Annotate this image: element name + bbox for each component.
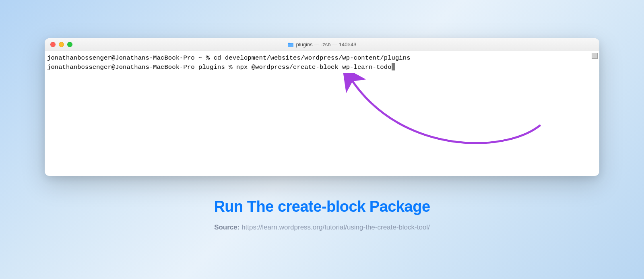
caption-source: Source: https://learn.wordpress.org/tuto…: [214, 223, 430, 231]
folder-icon: [288, 42, 294, 47]
command-2: npx @wordpress/create-block wp-learn-tod…: [236, 64, 391, 71]
close-button[interactable]: [50, 42, 56, 47]
traffic-lights: [45, 42, 72, 47]
terminal-line-1: jonathanbossenger@Jonathans-MacBook-Pro …: [47, 54, 595, 63]
cursor-icon: [392, 63, 395, 70]
source-url: https://learn.wordpress.org/tutorial/usi…: [242, 223, 430, 231]
command-1: cd development/websites/wordpress/wp-con…: [214, 54, 411, 62]
annotation-arrow-icon: [343, 73, 544, 146]
terminal-body[interactable]: jonathanbossenger@Jonathans-MacBook-Pro …: [45, 51, 599, 176]
minimize-button[interactable]: [59, 42, 64, 47]
caption-title: Run The create-block Package: [214, 198, 430, 215]
prompt-1: jonathanbossenger@Jonathans-MacBook-Pro …: [47, 54, 214, 62]
source-label: Source:: [214, 223, 242, 231]
window-title: plugins — -zsh — 140×43: [288, 41, 357, 48]
prompt-2: jonathanbossenger@Jonathans-MacBook-Pro …: [47, 64, 236, 71]
terminal-window: plugins — -zsh — 140×43 jonathanbossenge…: [45, 38, 599, 176]
terminal-line-2: jonathanbossenger@Jonathans-MacBook-Pro …: [47, 63, 595, 72]
window-title-text: plugins — -zsh — 140×43: [296, 41, 357, 48]
window-title-bar: plugins — -zsh — 140×43: [45, 38, 599, 51]
maximize-button[interactable]: [67, 42, 72, 47]
scrollbar-indicator-icon: [592, 53, 598, 59]
